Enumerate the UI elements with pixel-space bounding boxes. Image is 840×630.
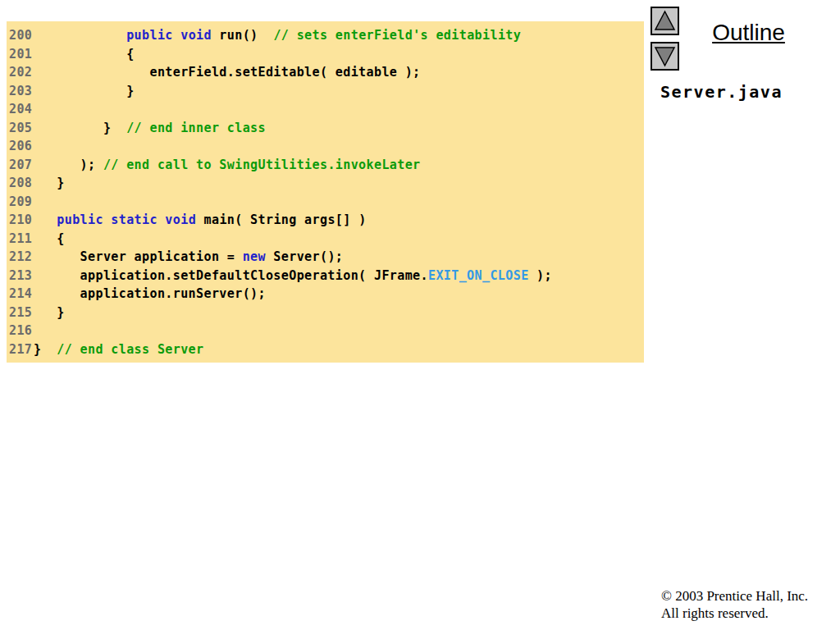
line-number: 203	[9, 82, 34, 101]
code-line-201: 201 {	[9, 45, 644, 64]
code-line-202: 202 enterField.setEditable( editable );	[9, 63, 644, 82]
code-line-213: 213 application.setDefaultCloseOperation…	[9, 267, 644, 285]
code-line-204: 204	[9, 100, 644, 119]
line-number: 201	[9, 45, 34, 64]
outline-filename-label: Server.java	[660, 82, 783, 102]
code-line-215: 215 }	[9, 304, 644, 322]
code-line-200: 200 public void run() // sets enterField…	[9, 26, 644, 45]
code-text: public void run() // sets enterField's e…	[34, 28, 521, 43]
code-line-206: 206	[9, 137, 644, 156]
copyright-line2: All rights reserved.	[661, 605, 808, 622]
down-arrow-icon	[652, 43, 678, 69]
outline-heading[interactable]: Outline	[689, 20, 808, 46]
code-text: }	[34, 84, 135, 98]
code-line-217: 217} // end class Server	[9, 340, 644, 359]
line-number: 209	[9, 193, 34, 212]
code-line-212: 212 Server application = new Server();	[9, 248, 644, 267]
line-number: 202	[9, 63, 34, 82]
code-line-216: 216	[9, 322, 644, 340]
code-text: {	[34, 47, 135, 62]
code-text: ); // end call to SwingUtilities.invokeL…	[34, 158, 421, 172]
copyright-notice: © 2003 Prentice Hall, Inc. All rights re…	[661, 587, 808, 622]
line-number: 208	[9, 174, 34, 193]
line-number: 210	[9, 211, 34, 230]
code-line-210: 210 public static void main( String args…	[9, 211, 644, 230]
line-number: 204	[9, 100, 34, 119]
code-text: {	[34, 231, 65, 246]
copyright-line1: © 2003 Prentice Hall, Inc.	[661, 587, 808, 605]
line-number: 200	[9, 26, 34, 45]
line-number: 212	[9, 248, 34, 267]
code-line-209: 209	[9, 193, 644, 212]
code-listing-panel: 200 public void run() // sets enterField…	[7, 21, 644, 363]
line-number: 211	[9, 230, 34, 249]
code-text: } // end inner class	[34, 121, 266, 135]
up-arrow-icon	[652, 8, 678, 34]
outline-previous-button[interactable]	[651, 7, 679, 35]
line-number: 217	[9, 340, 34, 359]
code-line-205: 205 } // end inner class	[9, 119, 644, 138]
code-line-207: 207 ); // end call to SwingUtilities.inv…	[9, 156, 644, 175]
code-text: Server application = new Server();	[34, 249, 343, 264]
outline-next-button[interactable]	[651, 42, 679, 71]
code-text: } // end class Server	[34, 342, 203, 357]
code-line-208: 208 }	[9, 174, 644, 193]
code-line-203: 203 }	[9, 82, 644, 101]
code-text: enterField.setEditable( editable );	[34, 65, 421, 80]
line-number: 207	[9, 156, 34, 175]
code-text: public static void main( String args[] )	[34, 212, 367, 227]
line-number: 205	[9, 119, 34, 138]
code-text: }	[34, 305, 65, 320]
outline-nav-buttons	[651, 7, 679, 77]
line-number: 214	[9, 285, 34, 304]
line-number: 213	[9, 267, 34, 285]
code-line-214: 214 application.runServer();	[9, 285, 644, 304]
code-text: application.runServer();	[34, 286, 266, 301]
code-text: application.setDefaultCloseOperation( JF…	[34, 268, 552, 283]
code-text: }	[34, 176, 65, 190]
line-number: 206	[9, 137, 34, 156]
line-number: 215	[9, 304, 34, 322]
code-line-211: 211 {	[9, 230, 644, 249]
line-number: 216	[9, 322, 34, 340]
